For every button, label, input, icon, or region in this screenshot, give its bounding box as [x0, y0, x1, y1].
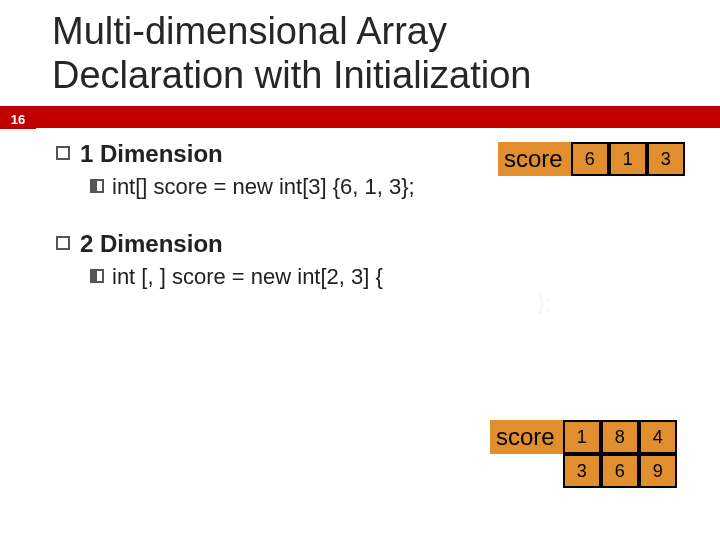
score-2d-cell: 9: [639, 454, 677, 488]
score-2d-label: score: [490, 420, 563, 454]
score-2d-grid: 1 8 4 3 6 9: [563, 420, 677, 488]
dim2-code: int [, ] score = new int[2, 3] {: [112, 264, 383, 290]
square-bullet-icon: [56, 236, 70, 250]
score-1d-cell: 1: [609, 142, 647, 176]
title-heading: Multi-dimensional Array Declaration with…: [52, 10, 720, 97]
score-1d-visual: score 6 1 3: [498, 142, 685, 176]
dim2-heading: 2 Dimension: [80, 230, 223, 258]
faint-glyph: };: [538, 292, 550, 315]
score-2d-cell: 6: [601, 454, 639, 488]
slide-title: Multi-dimensional Array Declaration with…: [0, 0, 720, 97]
score-2d-cell: 8: [601, 420, 639, 454]
half-square-bullet-icon: [90, 269, 104, 283]
score-1d-row: 6 1 3: [571, 142, 685, 176]
score-2d-row: 3 6 9: [563, 454, 677, 488]
dim1-heading: 1 Dimension: [80, 140, 223, 168]
score-2d-cell: 3: [563, 454, 601, 488]
title-line-1: Multi-dimensional Array: [52, 10, 447, 52]
dim1-code-row: int[] score = new int[3] {6, 1, 3};: [90, 174, 696, 200]
dim2-heading-row: 2 Dimension: [56, 230, 696, 258]
score-2d-row: 1 8 4: [563, 420, 677, 454]
title-line-2: Declaration with Initialization: [52, 54, 531, 96]
dim1-code: int[] score = new int[3] {6, 1, 3};: [112, 174, 415, 200]
dim2-block: 2 Dimension int [, ] score = new int[2, …: [56, 230, 696, 290]
dim2-code-row: int [, ] score = new int[2, 3] {: [90, 264, 696, 290]
score-1d-cell: 6: [571, 142, 609, 176]
score-2d-visual: score 1 8 4 3 6 9: [490, 420, 677, 488]
score-1d-cell: 3: [647, 142, 685, 176]
score-2d-cell: 1: [563, 420, 601, 454]
square-bullet-icon: [56, 146, 70, 160]
score-2d-cell: 4: [639, 420, 677, 454]
accent-bar: [0, 106, 720, 128]
half-square-bullet-icon: [90, 179, 104, 193]
score-1d-label: score: [498, 142, 571, 176]
page-number: 16: [0, 109, 36, 129]
